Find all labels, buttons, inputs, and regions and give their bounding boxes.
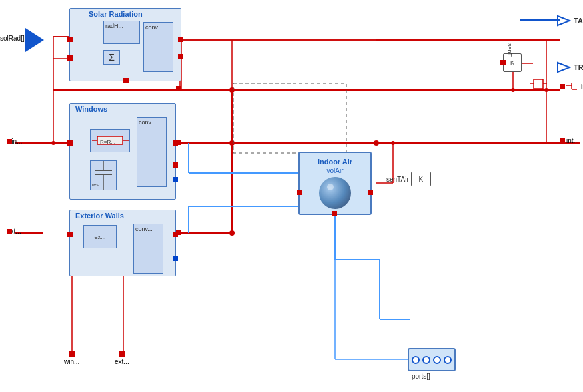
windows-block: Windows R=R... res conv...: [69, 103, 176, 200]
svg-point-21: [229, 140, 235, 146]
int-bottom-output: int...: [560, 137, 579, 144]
TAir-label: TAir: [574, 17, 583, 25]
volair-label: volAir: [326, 167, 343, 174]
indoor-port-left: [297, 190, 302, 195]
solar-port-left-bottom: [67, 55, 73, 61]
kelvin-icon: K: [418, 176, 423, 183]
resWin-block: R=R...: [90, 129, 130, 152]
exterior-walls-label: Exterior Walls: [75, 212, 124, 220]
svg-text:res: res: [92, 182, 99, 187]
solar-port-bottom: [123, 78, 129, 83]
port-circle-1: [412, 356, 420, 364]
svg-text:R=R...: R=R...: [100, 139, 115, 145]
resistor-svg: R=R...: [92, 132, 129, 149]
su-block: Σ: [103, 50, 120, 65]
svg-rect-42: [233, 83, 346, 153]
senTAir-label: senTAir: [386, 176, 409, 183]
conv-win-label: conv...: [139, 119, 156, 126]
TAir-arrow: [556, 13, 571, 28]
svg-marker-74: [558, 63, 570, 72]
radH-block: radH...: [103, 21, 140, 44]
windows-label: Windows: [75, 105, 107, 113]
air-sphere: [319, 177, 351, 209]
ext-port-right-blue: [173, 256, 178, 261]
solar-port-right-top: [178, 37, 183, 42]
win-input: win...: [7, 138, 22, 145]
senTAir-group: senTAir K: [386, 172, 431, 186]
sphere-highlight: [327, 184, 334, 190]
indoor-port-bottom: [332, 211, 337, 216]
indoor-air-label: Indoor Air: [318, 158, 352, 166]
ext-input: ext...: [7, 228, 21, 235]
ports-block: [408, 348, 456, 371]
port-circle-2: [422, 356, 430, 364]
svg-marker-73: [558, 16, 570, 25]
ext-bottom-port: [119, 351, 125, 357]
svg-point-20: [229, 87, 235, 93]
svg-point-22: [229, 230, 235, 236]
senT-port-left: [500, 60, 506, 65]
ext-wall-sub-block: ex...: [83, 225, 117, 248]
port-circle-4: [444, 356, 452, 364]
svg-point-48: [511, 88, 515, 92]
junction-top-port: [176, 86, 181, 91]
int-top-port: [560, 84, 565, 89]
ext-bottom-label: ext...: [115, 358, 129, 365]
senT-label: senT...: [506, 43, 513, 61]
conv-solar-label: conv...: [145, 24, 163, 31]
svg-point-23: [51, 141, 55, 145]
ext-label: ex...: [94, 234, 105, 240]
win-port-right-blue: [173, 177, 178, 182]
solrad-label: solRad[]: [0, 35, 25, 42]
ext-port: [7, 229, 12, 234]
ext-port-left: [67, 232, 73, 237]
conv-solar-block: conv...: [143, 22, 173, 72]
win-bottom-output: win...: [64, 351, 79, 365]
capacitor-svg: res: [91, 161, 116, 190]
conv-ext-block: conv...: [133, 224, 163, 274]
indoor-port-right: [368, 190, 373, 195]
solar-port-right-bottom: [178, 54, 183, 59]
int-bottom-label: int...: [566, 137, 579, 144]
junction-mid-port: [176, 140, 181, 145]
conv-win-block: conv...: [137, 117, 167, 187]
res-block: res: [90, 160, 117, 190]
win-port: [7, 139, 12, 144]
TRad-arrow: [556, 60, 571, 75]
win-port-right-red2: [173, 162, 178, 168]
int-top-output: int...: [560, 80, 583, 93]
int-top-conn: [566, 80, 580, 93]
int-connector-sym: [530, 77, 560, 97]
solar-port-left-top: [67, 37, 73, 42]
win-bottom-port: [69, 351, 75, 357]
win-port-left: [67, 140, 73, 146]
junction-bot-port: [176, 230, 181, 235]
diagram-canvas: solRad[] Solar Radiation radH... Σ conv.…: [0, 0, 583, 392]
conv-ext-label: conv...: [135, 226, 153, 232]
TRad-output: TRad: [556, 60, 583, 75]
svg-point-24: [374, 140, 379, 146]
int-bottom-port: [560, 138, 565, 144]
senTAir-block: K: [411, 172, 431, 186]
svg-point-45: [391, 141, 395, 145]
port-circle-3: [433, 356, 441, 364]
solar-radiation-block: Solar Radiation radH... Σ conv...: [69, 8, 181, 81]
solar-radiation-label: Solar Radiation: [89, 10, 143, 18]
ext-bottom-output: ext...: [115, 351, 129, 365]
radH-label: radH...: [105, 23, 123, 29]
exterior-walls-block: Exterior Walls ex... conv...: [69, 210, 176, 276]
win-bottom-label: win...: [64, 358, 79, 365]
solrad-triangle: [25, 28, 44, 52]
TRad-label: TRad: [574, 63, 583, 71]
sigma-icon: Σ: [109, 52, 115, 63]
TAir-output: TAir: [556, 13, 583, 28]
indoor-air-block: Indoor Air volAir: [298, 152, 372, 215]
ports-label: ports[]: [412, 373, 430, 380]
